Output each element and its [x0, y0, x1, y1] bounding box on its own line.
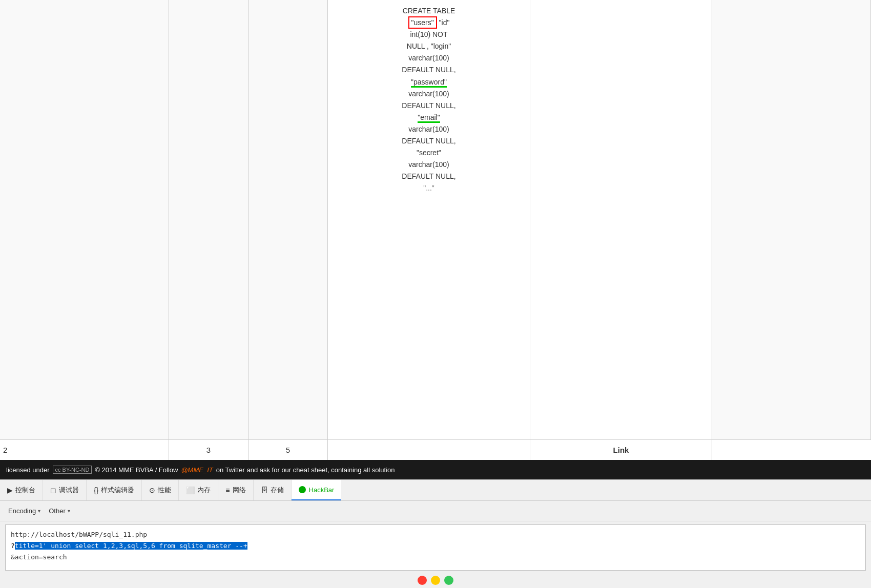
password-highlight: "password": [411, 78, 447, 88]
hackbar-dot-icon: [299, 486, 306, 493]
users-highlight: "users": [408, 16, 437, 29]
sql-line4: NULL , "login": [330, 40, 527, 52]
grid-cell-r1c6: [712, 0, 871, 460]
email-highlight: "email": [418, 113, 440, 123]
encoding-menu-button[interactable]: Encoding ▾: [5, 505, 44, 517]
encoding-label: Encoding: [8, 507, 36, 515]
style-editor-icon: {}: [94, 486, 98, 494]
devtools-toolbar: ▶ 控制台 ◻ 调试器 {} 样式编辑器 ⊙ 性能 ⬜ 内存 ≡ 网络 🗄 存储…: [0, 479, 871, 501]
other-dropdown-arrow-icon: ▾: [68, 508, 70, 514]
sql-id: "id": [437, 18, 450, 27]
sql-line-ellipsis: "...": [330, 182, 527, 194]
num-col3: 5: [248, 440, 328, 460]
traffic-light-yellow[interactable]: [431, 576, 440, 585]
tab-console[interactable]: ▶ 控制台: [0, 480, 43, 500]
grid-cell-link: Link: [530, 0, 712, 460]
tab-network[interactable]: ≡ 网络: [218, 480, 253, 500]
encoding-dropdown-arrow-icon: ▾: [38, 508, 40, 514]
hackbar-url-container: http://localhost/bWAPP/sqli_11.php ?titl…: [0, 521, 871, 571]
twitter-link[interactable]: @MME_IT: [181, 466, 213, 474]
debugger-icon: ◻: [50, 486, 56, 494]
number-row: 2 3 5 Link: [0, 439, 871, 460]
sql-line-create: CREATE TABLE: [330, 5, 527, 17]
license-text-middle: © 2014 MME BVBA / Follow: [95, 466, 178, 474]
hackbar-toolbar: Encoding ▾ Other ▾: [0, 501, 871, 521]
url-line2-prefix: ?: [11, 542, 15, 550]
tab-console-label: 控制台: [15, 486, 35, 495]
traffic-light-red[interactable]: [418, 576, 427, 585]
tab-hackbar-label: HackBar: [309, 486, 335, 494]
url-selected-text: title=1' union select 1,2,3,sql,5,6 from…: [15, 542, 247, 550]
sql-code-cell: CREATE TABLE "users" "id" int(10) NOT NU…: [328, 0, 530, 460]
other-menu-button[interactable]: Other ▾: [46, 505, 73, 517]
hackbar-url-input[interactable]: http://localhost/bWAPP/sqli_11.php ?titl…: [5, 524, 866, 571]
tab-memory[interactable]: ⬜ 内存: [179, 480, 218, 500]
main-content-area: CREATE TABLE "users" "id" int(10) NOT NU…: [0, 0, 871, 460]
num-col6: [712, 440, 871, 460]
sql-line-password: "password": [330, 76, 527, 88]
num-col1: 2: [0, 440, 169, 460]
sql-line8: varchar(100): [330, 88, 527, 100]
tab-performance-label: 性能: [158, 486, 171, 495]
grid-cell-r1c1: [0, 0, 169, 460]
storage-icon: 🗄: [261, 486, 268, 494]
tab-debugger[interactable]: ◻ 调试器: [43, 480, 87, 500]
sql-code-display: CREATE TABLE "users" "id" int(10) NOT NU…: [330, 5, 527, 195]
tab-style-editor-label: 样式编辑器: [101, 486, 134, 495]
traffic-light-green[interactable]: [444, 576, 453, 585]
traffic-lights-container: [0, 571, 871, 588]
tab-debugger-label: 调试器: [59, 486, 79, 495]
sql-line12: DEFAULT NULL,: [330, 135, 527, 147]
num-col4: [328, 440, 530, 460]
url-line1: http://localhost/bWAPP/sqli_11.php: [11, 529, 860, 540]
hackbar-panel: Encoding ▾ Other ▾ http://localhost/bWAP…: [0, 501, 871, 588]
cc-badge: cc BY-NC-ND: [53, 466, 92, 474]
sql-line11: varchar(100): [330, 123, 527, 135]
license-text-after: on Twitter and ask for our cheat sheet, …: [216, 466, 395, 474]
url-line3: &action=search: [11, 552, 860, 563]
sql-line9: DEFAULT NULL,: [330, 100, 527, 112]
tab-memory-label: 内存: [197, 486, 211, 495]
tab-hackbar[interactable]: HackBar: [292, 480, 342, 500]
tab-storage[interactable]: 🗄 存储: [254, 480, 292, 500]
tab-performance[interactable]: ⊙ 性能: [142, 480, 179, 500]
num-col5: Link: [530, 440, 712, 460]
sql-line15: DEFAULT NULL,: [330, 171, 527, 182]
sql-line14: varchar(100): [330, 159, 527, 171]
url-line2: ?title=1' union select 1,2,3,sql,5,6 fro…: [11, 540, 860, 552]
sql-line-email: "email": [330, 112, 527, 123]
grid-cell-r1c3: [248, 0, 328, 460]
sql-line-users: "users" "id": [330, 17, 527, 29]
license-text-before: licensed under: [6, 466, 50, 474]
sql-line3: int(10) NOT: [330, 29, 527, 40]
tab-style-editor[interactable]: {} 样式编辑器: [87, 480, 142, 500]
grid-cell-r1c2: [169, 0, 248, 460]
console-icon: ▶: [7, 486, 13, 494]
other-label: Other: [49, 507, 66, 515]
license-bar: licensed under cc BY-NC-ND © 2014 MME BV…: [0, 460, 871, 479]
sql-line5: varchar(100): [330, 52, 527, 64]
network-icon: ≡: [225, 486, 230, 494]
num-col2: 3: [169, 440, 248, 460]
memory-icon: ⬜: [186, 486, 195, 494]
sql-line13: "secret": [330, 147, 527, 159]
sql-line6: DEFAULT NULL,: [330, 64, 527, 76]
performance-icon: ⊙: [149, 486, 155, 494]
tab-storage-label: 存储: [271, 486, 284, 495]
tab-network-label: 网络: [233, 486, 246, 495]
